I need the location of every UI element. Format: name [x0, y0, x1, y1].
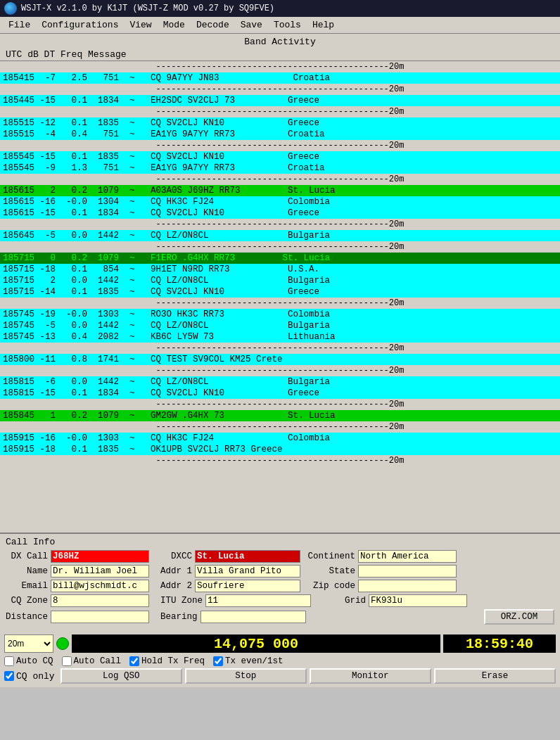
- table-row[interactable]: 185800 -11 0.8 1741 ~ CQ TEST SV9COL KM2…: [0, 354, 560, 365]
- call-info-row-3: Email Addr 2 Zip code: [6, 580, 554, 592]
- table-row[interactable]: 185645 -5 0.0 1442 ~ CQ LZ/ON8CL Bulgari…: [0, 230, 560, 241]
- name-field[interactable]: [51, 565, 149, 578]
- cqonly-checkbox-item[interactable]: CQ only: [4, 671, 55, 682]
- ituzone-label: ITU Zone: [160, 596, 203, 606]
- addr1-field[interactable]: [195, 565, 300, 578]
- bearing-label: Bearing: [160, 612, 198, 622]
- table-row[interactable]: 185545 -9 1.3 751 ~ EA1YG 9A7YY RR73 Cro…: [0, 162, 560, 174]
- dxcc-field[interactable]: [195, 550, 300, 563]
- txeven-label: Tx even/1st: [225, 656, 284, 666]
- table-row[interactable]: 185715 -18 0.1 854 ~ 9H1ET N9RD RR73 U.S…: [0, 264, 560, 275]
- menu-item-configurations[interactable]: Configurations: [36, 18, 124, 32]
- menu-item-view[interactable]: View: [124, 18, 157, 32]
- dx-call-field[interactable]: [51, 550, 149, 563]
- table-row[interactable]: 185745 -13 0.4 2082 ~ KB6C LY5W 73 Lithu…: [0, 331, 560, 343]
- table-row[interactable]: 185615 -16 -0.0 1304 ~ CQ HK3C FJ24 Colo…: [0, 196, 560, 208]
- separator: ----------------------------------------…: [0, 343, 560, 354]
- zipcode-label: Zip code: [306, 581, 355, 591]
- table-row[interactable]: 185545 -15 0.1 1835 ~ CQ SV2CLJ KN10 Gre…: [0, 151, 560, 162]
- col-headers: UTC dB DT Freq Message: [0, 49, 560, 61]
- cqzone-label: CQ Zone: [6, 596, 48, 606]
- grid-label: Grid: [317, 596, 366, 606]
- table-row[interactable]: 185445 -15 0.1 1834 ~ EH2SDC SV2CLJ 73 G…: [0, 95, 560, 106]
- separator: ----------------------------------------…: [0, 399, 560, 410]
- separator: ----------------------------------------…: [0, 84, 560, 95]
- table-row[interactable]: 185615 -15 0.1 1834 ~ CQ SV2CLJ KN10 Gre…: [0, 208, 560, 219]
- separator: ----------------------------------------…: [0, 140, 560, 151]
- menu-bar: FileConfigurationsViewModeDecodeSaveTool…: [0, 17, 560, 34]
- table-row[interactable]: 185915 -16 -0.0 1303 ~ CQ HK3C FJ24 Colo…: [0, 433, 560, 444]
- separator: ----------------------------------------…: [0, 421, 560, 433]
- table-row[interactable]: 185515 -12 0.1 1835 ~ CQ SV2CLJ KN10 Gre…: [0, 117, 560, 129]
- table-row[interactable]: 185415 -7 2.5 751 ~ CQ 9A7YY JN83 Croati…: [0, 72, 560, 84]
- menu-item-mode[interactable]: Mode: [158, 18, 191, 32]
- zipcode-field[interactable]: [358, 580, 457, 592]
- continent-field[interactable]: [358, 550, 457, 563]
- holdtxfreq-label: Hold Tx Freq: [141, 656, 205, 666]
- table-row[interactable]: 185715 -14 0.1 1835 ~ CQ SV2CLJ KN10 Gre…: [0, 286, 560, 298]
- call-info-row-2: Name Addr 1 State: [6, 565, 554, 578]
- addr2-label: Addr 2: [160, 581, 192, 591]
- activity-area[interactable]: ----------------------------------------…: [0, 61, 560, 532]
- stop-button[interactable]: Stop: [185, 668, 307, 684]
- table-row[interactable]: 185845 1 0.2 1079 ~ GM2GW .G4HX 73 St. L…: [0, 410, 560, 421]
- cqonly-checkbox[interactable]: [4, 671, 14, 681]
- freq-bar: 20m 40m 80m 15m 14,075 000 18:59:40: [4, 633, 556, 654]
- time-display: 18:59:40: [443, 634, 556, 653]
- bottom-controls: 20m 40m 80m 15m 14,075 000 18:59:40 Auto…: [0, 630, 560, 687]
- ituzone-field[interactable]: [205, 594, 311, 607]
- transmit-indicator: [56, 637, 69, 650]
- autocq-checkbox[interactable]: [4, 656, 14, 666]
- addr1-label: Addr 1: [160, 566, 192, 576]
- distance-field[interactable]: [51, 611, 149, 623]
- table-row[interactable]: 185815 -6 0.0 1442 ~ CQ LZ/ON8CL Bulgari…: [0, 376, 560, 388]
- menu-item-file[interactable]: File: [3, 18, 36, 32]
- cqonly-label: CQ only: [16, 671, 55, 682]
- call-info-row-5: Distance Bearing ORZ.COM: [6, 609, 554, 625]
- txeven-checkbox[interactable]: [213, 656, 223, 666]
- table-row[interactable]: 185745 -5 0.0 1442 ~ CQ LZ/ON8CL Bulgari…: [0, 320, 560, 331]
- band-activity-title: Band Activity: [0, 34, 560, 49]
- band-select[interactable]: 20m 40m 80m 15m: [4, 634, 53, 653]
- menu-item-save[interactable]: Save: [235, 18, 268, 32]
- table-row[interactable]: 185915 -18 0.1 1835 ~ OK1UPB SV2CLJ RR73…: [0, 444, 560, 455]
- autocq-checkbox-item[interactable]: Auto CQ: [4, 656, 53, 666]
- autocall-checkbox[interactable]: [62, 656, 72, 666]
- frequency-display: 14,075 000: [72, 634, 440, 653]
- table-row[interactable]: 185615 2 0.2 1079 ~ A03A0S J69HZ RR73 St…: [0, 185, 560, 196]
- table-row[interactable]: 185715 0 0.2 1079 ~ F1ERO .G4HX RR73 St.…: [0, 253, 560, 264]
- autocall-checkbox-item[interactable]: Auto Call: [62, 656, 122, 666]
- autocq-label: Auto CQ: [16, 656, 53, 666]
- menu-item-decode[interactable]: Decode: [191, 18, 235, 32]
- menu-item-help[interactable]: Help: [307, 18, 340, 32]
- menu-item-tools[interactable]: Tools: [268, 18, 307, 32]
- addr2-field[interactable]: [195, 580, 300, 592]
- name-label: Name: [6, 566, 48, 576]
- state-field[interactable]: [358, 565, 457, 578]
- email-field[interactable]: [51, 580, 149, 592]
- cqzone-field[interactable]: [51, 594, 149, 607]
- grid-field[interactable]: [369, 594, 467, 607]
- table-row[interactable]: 185715 2 0.0 1442 ~ CQ LZ/ON8CL Bulgaria: [0, 275, 560, 286]
- table-row[interactable]: 185815 -15 0.1 1834 ~ CQ SV2CLJ KN10 Gre…: [0, 388, 560, 399]
- orzcom-button[interactable]: ORZ.COM: [484, 609, 554, 625]
- email-label: Email: [6, 581, 48, 591]
- distance-label: Distance: [6, 612, 48, 622]
- table-row[interactable]: 185745 -19 -0.0 1303 ~ RO3O HK3C RR73 Co…: [0, 309, 560, 320]
- app-logo: [4, 2, 17, 15]
- txeven-checkbox-item[interactable]: Tx even/1st: [213, 656, 284, 666]
- separator: ----------------------------------------…: [0, 241, 560, 253]
- app-title: WSJT-X v2.1.0 by K1JT (WSJT-Z MOD v0.27 …: [21, 4, 274, 13]
- bearing-field[interactable]: [201, 611, 306, 623]
- erase-button[interactable]: Erase: [434, 668, 556, 684]
- checkbox-row-1: Auto CQ Auto Call Hold Tx Freq Tx even/1…: [4, 656, 556, 666]
- logqso-button[interactable]: Log QSO: [61, 668, 182, 684]
- separator: ----------------------------------------…: [0, 174, 560, 185]
- holdtxfreq-checkbox-item[interactable]: Hold Tx Freq: [129, 656, 205, 666]
- table-row[interactable]: 185515 -4 0.4 751 ~ EA1YG 9A7YY RR73 Cro…: [0, 129, 560, 140]
- monitor-button[interactable]: Monitor: [310, 668, 431, 684]
- separator: ----------------------------------------…: [0, 219, 560, 230]
- separator: ----------------------------------------…: [0, 106, 560, 117]
- dxcc-label: DXCC: [160, 551, 192, 561]
- holdtxfreq-checkbox[interactable]: [129, 656, 139, 666]
